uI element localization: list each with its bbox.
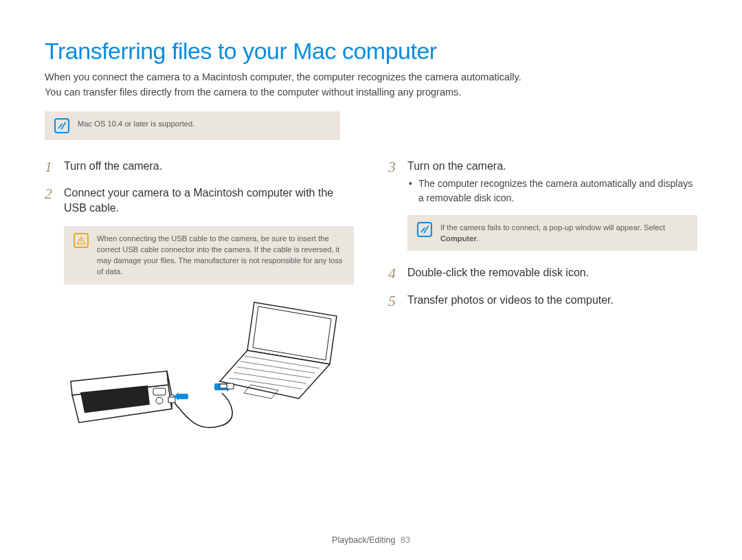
intro-line-2: You can transfer files directly from the… bbox=[45, 85, 697, 100]
page-footer: Playback/Editing 83 bbox=[0, 535, 742, 545]
step-1: 1 Turn off the camera. bbox=[45, 158, 354, 175]
step-number: 3 bbox=[388, 158, 401, 205]
intro-text: When you connect the camera to a Macinto… bbox=[45, 70, 697, 100]
step-text: Transfer photos or videos to the compute… bbox=[407, 292, 614, 309]
bullet-item: The computer recognizes the camera autom… bbox=[409, 177, 697, 205]
warning-text: When connecting the USB cable to the cam… bbox=[97, 233, 344, 278]
step-number: 5 bbox=[388, 292, 401, 309]
warning-box: When connecting the USB cable to the cam… bbox=[64, 226, 354, 284]
step-number: 2 bbox=[45, 185, 57, 216]
note-text-bold: Computer bbox=[440, 234, 477, 243]
step-text: Connect your camera to a Macintosh compu… bbox=[64, 185, 354, 216]
intro-line-1: When you connect the camera to a Macinto… bbox=[45, 70, 697, 85]
svg-rect-20 bbox=[227, 383, 234, 389]
step-number: 1 bbox=[45, 158, 57, 175]
svg-rect-21 bbox=[220, 384, 227, 388]
left-column: 1 Turn off the camera. 2 Connect your ca… bbox=[45, 158, 354, 449]
step-5: 5 Transfer photos or videos to the compu… bbox=[388, 292, 697, 309]
camera-laptop-illustration bbox=[58, 295, 354, 449]
warning-icon bbox=[74, 233, 89, 248]
right-column: 3 Turn on the camera. The computer recog… bbox=[388, 158, 697, 449]
note-text-post: . bbox=[477, 234, 479, 243]
note-icon bbox=[54, 118, 69, 133]
note-icon bbox=[417, 222, 432, 237]
step-3: 3 Turn on the camera. The computer recog… bbox=[388, 158, 697, 205]
note-text-pre: If the camera fails to connect, a pop-up… bbox=[440, 223, 665, 232]
top-note-box: Mac OS 10.4 or later is supported. bbox=[45, 111, 340, 140]
right-note-box: If the camera fails to connect, a pop-up… bbox=[407, 215, 697, 251]
top-note-text: Mac OS 10.4 or later is supported. bbox=[78, 118, 194, 129]
step-2: 2 Connect your camera to a Macintosh com… bbox=[45, 185, 354, 216]
svg-rect-22 bbox=[168, 397, 175, 403]
step-text: Turn off the camera. bbox=[64, 158, 162, 175]
svg-point-1 bbox=[80, 242, 81, 243]
footer-section: Playback/Editing bbox=[332, 535, 395, 545]
step-number: 4 bbox=[388, 265, 401, 282]
footer-page-number: 83 bbox=[401, 535, 410, 545]
step-4: 4 Double-click the removable disk icon. bbox=[388, 265, 697, 282]
step-3-bullets: The computer recognizes the camera autom… bbox=[407, 177, 697, 205]
page-title: Transferring files to your Mac computer bbox=[45, 38, 697, 65]
step-text: Turn on the camera. bbox=[407, 158, 697, 174]
svg-rect-23 bbox=[179, 394, 188, 399]
step-text: Double-click the removable disk icon. bbox=[407, 265, 589, 282]
right-note-text: If the camera fails to connect, a pop-up… bbox=[440, 222, 688, 244]
